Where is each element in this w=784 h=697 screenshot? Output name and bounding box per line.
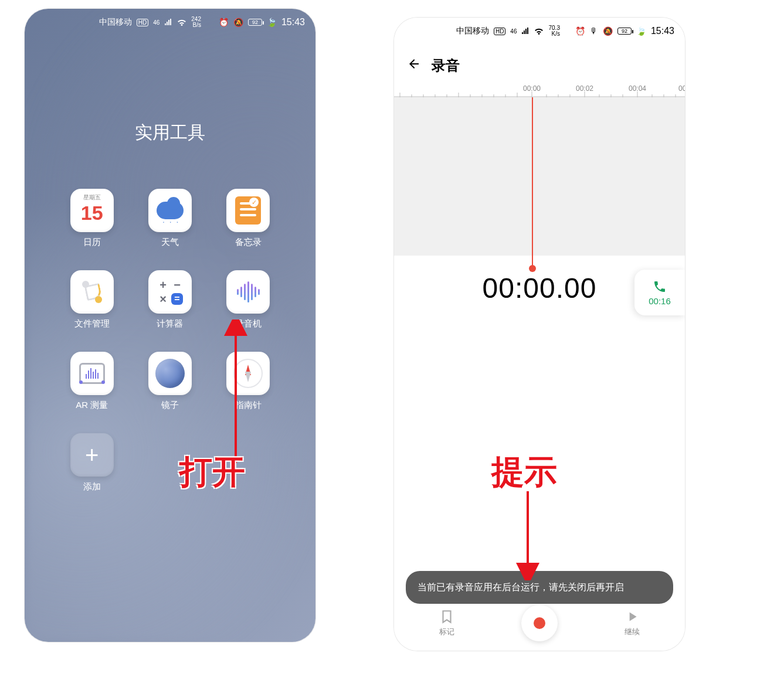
app-label: 指南针 bbox=[235, 400, 262, 411]
app-label: AR 测量 bbox=[76, 400, 108, 411]
call-time: 00:16 bbox=[649, 296, 671, 306]
mute-icon: 🔕 bbox=[603, 26, 613, 36]
phone-recorder-app: 中国移动 HD 46 70.3 K/s ⏰ 🎙 🔕 92 🍃 15:43 bbox=[394, 18, 685, 651]
mute-icon: 🔕 bbox=[233, 18, 243, 27]
battery-indicator: 92 bbox=[248, 19, 262, 26]
ar-icon bbox=[70, 352, 114, 395]
phone-home-screen: 中国移动 HD 46 242 B/s ⏰ 🔕 92 🍃 15:43 实用工具 bbox=[25, 9, 315, 642]
timeline-ruler: 00:00 00:02 00:04 00:06 bbox=[394, 84, 685, 97]
app-weather[interactable]: 天气 bbox=[142, 189, 197, 248]
back-button[interactable] bbox=[407, 57, 421, 74]
hd-badge: HD bbox=[494, 28, 505, 35]
battery-indicator: 92 bbox=[617, 28, 632, 35]
app-label: 录音机 bbox=[235, 318, 262, 329]
calculator-icon: +−×= bbox=[148, 270, 192, 314]
bookmark-icon bbox=[439, 609, 454, 624]
app-label: 计算器 bbox=[157, 318, 183, 329]
app-calendar[interactable]: 星期五 15 日历 bbox=[65, 189, 119, 248]
app-recorder[interactable]: 录音机 bbox=[221, 270, 276, 329]
leaf-icon: 🍃 bbox=[636, 26, 646, 36]
app-label: 备忘录 bbox=[235, 237, 262, 248]
hd-badge: HD bbox=[137, 19, 148, 26]
calendar-icon: 星期五 15 bbox=[70, 189, 114, 232]
waveform-area[interactable] bbox=[394, 97, 685, 256]
network-icon: 46 bbox=[510, 28, 517, 35]
carrier-label: 中国移动 bbox=[456, 26, 489, 36]
weather-icon bbox=[148, 189, 192, 232]
app-header: 录音 bbox=[394, 45, 685, 81]
continue-button[interactable]: 继续 bbox=[625, 609, 640, 637]
wifi-icon bbox=[534, 28, 544, 35]
app-ar-measure[interactable]: AR 测量 bbox=[65, 352, 119, 411]
app-calculator[interactable]: +−×= 计算器 bbox=[142, 270, 197, 329]
app-files[interactable]: 文件管理 bbox=[65, 270, 119, 329]
wifi-icon bbox=[177, 19, 186, 26]
app-mirror[interactable]: 镜子 bbox=[142, 352, 197, 411]
alarm-icon: ⏰ bbox=[575, 26, 585, 36]
play-icon bbox=[625, 609, 640, 624]
app-label: 镜子 bbox=[161, 400, 179, 411]
clock-time: 15:43 bbox=[651, 26, 674, 36]
recording-timer: 00:00.00 bbox=[483, 272, 597, 304]
mark-button[interactable]: 标记 bbox=[439, 609, 454, 637]
page-title: 录音 bbox=[432, 56, 460, 75]
clock-time: 15:43 bbox=[281, 17, 305, 28]
playhead-indicator bbox=[532, 97, 533, 267]
mic-icon: 🎙 bbox=[590, 26, 598, 36]
signal-icon bbox=[164, 19, 172, 26]
network-icon: 46 bbox=[153, 19, 159, 26]
record-dot-icon bbox=[521, 605, 558, 641]
app-grid: 星期五 15 日历 天气 备忘录 文件管理 + bbox=[65, 189, 276, 492]
phone-icon bbox=[653, 280, 667, 294]
plus-icon: + bbox=[70, 433, 114, 477]
app-label: 添加 bbox=[83, 481, 101, 492]
signal-icon bbox=[521, 28, 530, 35]
files-icon bbox=[70, 270, 114, 314]
app-compass[interactable]: 指南针 bbox=[221, 352, 276, 411]
net-speed: 70.3 K/s bbox=[548, 25, 559, 37]
net-speed: 242 B/s bbox=[191, 16, 201, 28]
leaf-icon: 🍃 bbox=[267, 18, 277, 27]
carrier-label: 中国移动 bbox=[99, 17, 132, 28]
app-add[interactable]: + 添加 bbox=[65, 433, 119, 492]
compass-icon bbox=[226, 352, 270, 395]
app-label: 文件管理 bbox=[74, 318, 110, 329]
mirror-icon bbox=[148, 352, 192, 395]
recorder-icon bbox=[226, 270, 270, 314]
folder-title: 实用工具 bbox=[25, 121, 315, 145]
app-notes[interactable]: 备忘录 bbox=[221, 189, 276, 248]
record-button[interactable] bbox=[521, 605, 558, 641]
bottom-toolbar: 标记 继续 bbox=[394, 599, 685, 651]
status-bar: 中国移动 HD 46 70.3 K/s ⏰ 🎙 🔕 92 🍃 15:43 bbox=[394, 18, 685, 45]
app-label: 天气 bbox=[161, 237, 179, 248]
notes-icon bbox=[226, 189, 270, 232]
app-label: 日历 bbox=[83, 237, 101, 248]
status-bar: 中国移动 HD 46 242 B/s ⏰ 🔕 92 🍃 15:43 bbox=[25, 9, 315, 36]
alarm-icon: ⏰ bbox=[219, 18, 229, 27]
call-duration-chip[interactable]: 00:16 bbox=[634, 270, 685, 315]
